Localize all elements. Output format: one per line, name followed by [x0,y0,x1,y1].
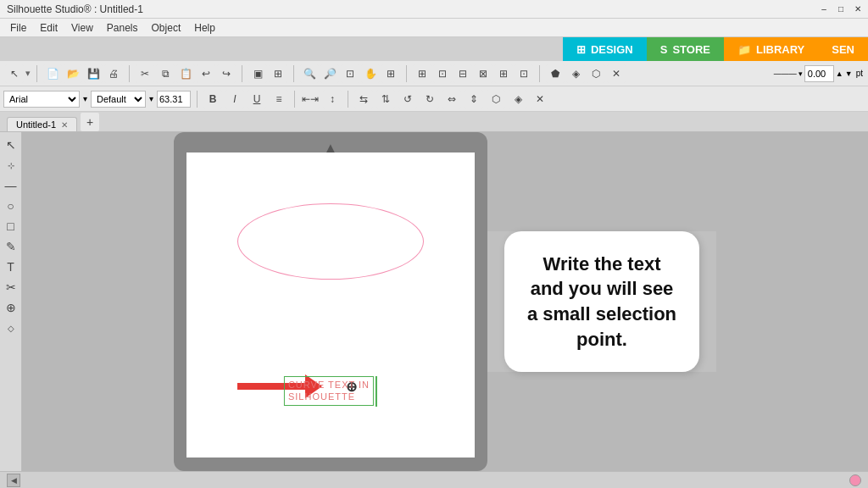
doc-tab-untitled[interactable]: Untitled-1 ✕ [7,117,77,131]
tab-library[interactable]: 📁 LIBRARY [724,37,818,61]
align-right-btn[interactable]: ⊟ [453,64,472,83]
align-text-button[interactable]: ≡ [270,90,288,108]
rotate-cw-button[interactable]: ↻ [420,90,439,108]
menu-help[interactable]: Help [187,20,222,36]
selector-dropdown[interactable]: ▾ [25,68,31,79]
pt-spinner-down[interactable]: ▼ [845,69,853,78]
minimize-button[interactable]: – [817,3,831,16]
toolbar-main: ↖ ▾ 📄 📂 💾 🖨 ✂ ⧉ 📋 ↩ ↪ ▣ ⊞ 🔍 🔎 ⊡ ✋ ⊞ ⊞ ⊡ … [0,61,868,86]
scissors-tool[interactable]: ✂ [2,278,20,297]
app-title: Silhouette Studio® : Untitled-1 [7,3,143,15]
text-area: CURVE TEXT IN SILHOUETTE [284,376,377,407]
3d-btn[interactable]: ⬡ [587,64,605,83]
doc-tab-label: Untitled-1 [16,119,56,130]
ellipse-tool[interactable]: ○ [2,197,20,215]
kern-button[interactable]: ⇤⇥ [301,90,320,108]
menu-edit[interactable]: Edit [33,20,64,36]
callout-text: Write the text and you will see a small … [521,252,682,352]
align-top-btn[interactable]: ⊠ [474,64,492,83]
main-area: ↖ ⊹ — ○ □ ✎ T ✂ ⊕ ◇ ▲ ⊕ [0,132,868,471]
text-tool[interactable]: T [2,258,20,276]
divider-6 [539,65,540,82]
menu-view[interactable]: View [64,20,100,36]
menu-object[interactable]: Object [145,20,188,36]
curve-text-line1: CURVE TEXT IN [288,380,370,390]
spacing-button[interactable]: ↕ [323,90,342,108]
print-btn[interactable]: 🖨 [104,64,123,83]
mirror-button[interactable]: ⬡ [487,90,505,108]
grid-btn[interactable]: ⊞ [381,64,400,83]
callout-box: Write the text and you will see a small … [504,231,699,373]
flip-h-button[interactable]: ⇆ [354,90,373,108]
delete-btn[interactable]: ✕ [607,64,626,83]
flip-h2-button[interactable]: ⇔ [442,90,461,108]
zoom-out-btn[interactable]: 🔎 [320,64,339,83]
pt-spinner-up[interactable]: ▲ [836,69,843,78]
cut-btn[interactable]: ✂ [136,64,154,83]
divider-2 [129,65,130,82]
copy-btn[interactable]: ⧉ [156,64,175,83]
underline-button[interactable]: U [248,90,266,108]
doc-tab-close[interactable]: ✕ [61,120,68,130]
redo-btn[interactable]: ↪ [217,64,236,83]
rect-tool[interactable]: □ [2,217,20,236]
zoom-in-btn[interactable]: 🔍 [300,64,319,83]
library-tab-label: LIBRARY [756,43,804,56]
tab-send[interactable]: SEN [818,37,868,61]
new-btn[interactable]: 📄 [43,64,62,83]
italic-button[interactable]: I [225,90,244,108]
line-tool[interactable]: — [2,176,20,195]
node-tool[interactable]: ⊹ [2,156,20,175]
save-btn[interactable]: 💾 [84,64,103,83]
stroke-btn[interactable]: ◈ [566,64,585,83]
scroll-left-btn[interactable]: ◀ [7,474,20,487]
nav-tabs: ⊞ DESIGN S STORE 📁 LIBRARY SEN [0,37,868,61]
tab-store[interactable]: S STORE [647,37,724,61]
menu-file[interactable]: File [3,20,33,36]
close-text-button[interactable]: ✕ [531,90,549,108]
callout-line1: Write the text [543,253,661,274]
open-btn[interactable]: 📂 [64,64,82,83]
align-left-btn[interactable]: ⊞ [413,64,431,83]
pan-btn[interactable]: ✋ [361,64,380,83]
line-width-input[interactable]: 0.00 [804,65,834,82]
bold-button[interactable]: B [203,90,222,108]
weld-button[interactable]: ◈ [509,90,527,108]
fill-tool[interactable]: ⊕ [2,298,20,317]
style-dropdown-icon[interactable]: ▾ [149,94,153,103]
align-center-btn[interactable]: ⊡ [433,64,452,83]
undo-btn[interactable]: ↩ [197,64,215,83]
new-tab-button[interactable]: + [81,113,99,131]
tab-design[interactable]: ⊞ DESIGN [563,37,647,61]
align-bottom-btn[interactable]: ⊡ [515,64,533,83]
zoom-fit-btn[interactable]: ⊡ [341,64,359,83]
toolbar-text: Arial ▾ Default ▾ 63.31 B I U ≡ ⇤⇥ ↕ ⇆ ⇅… [0,86,868,112]
restore-button[interactable]: □ [834,3,848,16]
curve-text-content[interactable]: CURVE TEXT IN SILHOUETTE [284,376,374,406]
close-button[interactable]: ✕ [851,3,865,16]
select-tool[interactable]: ↖ [2,136,20,154]
text-cursor [376,376,377,407]
status-bar: ◀ [0,471,868,488]
menu-panels[interactable]: Panels [100,20,145,36]
object-tools: ⬟ ◈ ⬡ ✕ [544,64,627,83]
group-btn[interactable]: ▣ [248,64,267,83]
flip-v2-button[interactable]: ⇕ [465,90,483,108]
canvas-inner[interactable]: ⊕ CURVE TEXT IN SILHOUETTE [186,152,475,458]
font-dropdown-icon[interactable]: ▾ [83,94,87,103]
pencil-tool[interactable]: ✎ [2,237,20,256]
line-dropdown[interactable]: ▾ [798,69,803,78]
paste-btn[interactable]: 📋 [176,64,195,83]
ungroup-btn[interactable]: ⊞ [269,64,287,83]
pointer-btn[interactable]: ↖ [5,64,24,83]
font-size-input[interactable]: 63.31 [157,91,191,108]
flip-v-button[interactable]: ⇅ [376,90,395,108]
divider-text-1 [197,91,198,108]
fill-btn[interactable]: ⬟ [546,64,565,83]
eraser-tool[interactable]: ◇ [2,319,20,337]
rotate-ccw-button[interactable]: ↺ [398,90,417,108]
edit-tools-group: ✂ ⧉ 📋 ↩ ↪ [134,64,237,83]
align-middle-btn[interactable]: ⊞ [494,64,513,83]
font-select[interactable]: Arial [3,91,80,108]
style-select[interactable]: Default [91,91,146,108]
